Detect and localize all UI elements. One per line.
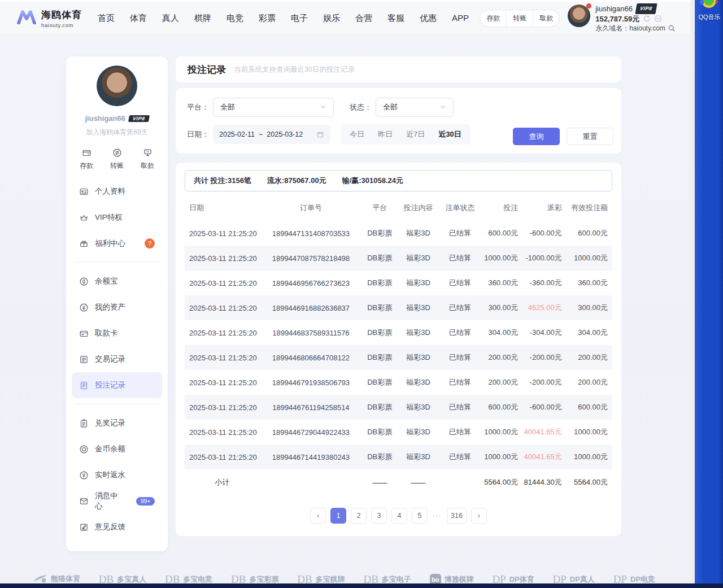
cell: 1000.00元: [567, 445, 612, 469]
transfer-icon: [112, 148, 122, 158]
range-button[interactable]: 近7日: [399, 125, 432, 143]
query-button[interactable]: 查询: [513, 128, 560, 145]
qq-music-icon: [700, 0, 719, 12]
nav-item[interactable]: 彩票: [259, 13, 276, 24]
cell: 已结算: [439, 345, 481, 370]
menu-divider: [75, 262, 159, 263]
cell: 300.00元: [481, 295, 522, 320]
sidebar-item[interactable]: 个人资料: [72, 178, 162, 204]
sidebar-item-label: 消息中心: [95, 491, 122, 511]
partner-name: 熊猫体育: [51, 574, 80, 584]
sidebar-item[interactable]: VIP特权: [72, 204, 162, 230]
calendar-icon: [316, 130, 324, 138]
table-body: 2025-03-11 21:25:201899447131408703533DB…: [185, 221, 612, 495]
partner-name: 多宝棋牌: [316, 574, 345, 585]
pagination-page[interactable]: 3: [371, 508, 387, 524]
cell: 2025-03-11 21:25:20: [185, 295, 260, 320]
nav-item[interactable]: 娱乐: [323, 13, 340, 24]
nav-item[interactable]: 电竞: [227, 13, 243, 24]
nav-item[interactable]: 优惠: [420, 13, 437, 24]
sidebar-item[interactable]: 交易记录: [72, 346, 162, 372]
quick-action[interactable]: 转账: [110, 148, 124, 171]
range-button[interactable]: 今日: [343, 125, 371, 143]
quick-action-label: 取款: [141, 161, 154, 171]
cell: 2025-03-11 21:25:20: [185, 320, 260, 345]
search-icon[interactable]: [668, 24, 676, 32]
nav-item[interactable]: 客服: [387, 13, 404, 24]
refresh-balance-icon[interactable]: [643, 15, 651, 23]
nav-item[interactable]: 电子: [291, 13, 308, 24]
qq-music-label: QQ音乐: [698, 13, 721, 21]
cell: 福彩3D: [398, 221, 439, 246]
cell: -600.00元: [522, 221, 567, 246]
reset-button[interactable]: 重置: [567, 128, 613, 145]
cell: DB彩票: [362, 271, 398, 295]
cell: 600.00元: [567, 221, 612, 246]
summary-item: 共计 投注:3156笔: [194, 176, 251, 186]
nav-item[interactable]: 棋牌: [194, 13, 211, 24]
sidebar-quick-actions: 存款转账取款: [66, 137, 168, 178]
sidebar-item[interactable]: 福利中心?: [72, 230, 162, 256]
wallet-action-button[interactable]: 转账: [506, 10, 533, 27]
site-logo[interactable]: 海鸥体育 haiouty.com: [17, 8, 82, 28]
column-header: 平台: [362, 195, 398, 221]
sidebar-item[interactable]: 消息中心99+: [72, 488, 162, 514]
table-row: 2025-03-11 21:25:201899446916882636837DB…: [185, 295, 612, 320]
range-button[interactable]: 昨日: [371, 125, 399, 143]
seagull-logo-icon: [17, 10, 36, 27]
page-scrollbar[interactable]: [690, 0, 695, 588]
cell: 300.00元: [567, 295, 612, 320]
cell: DB彩票: [362, 395, 398, 420]
cell: 已结算: [439, 246, 481, 271]
sidebar-item[interactable]: 余额宝: [72, 268, 162, 294]
cell: DB彩票: [362, 420, 398, 445]
subtotal-cell: [260, 469, 362, 495]
quick-action[interactable]: 存款: [80, 148, 93, 171]
cell: DB彩票: [362, 320, 398, 345]
nav-item[interactable]: 体育: [130, 13, 147, 24]
summary-bar: 共计 投注:3156笔流水:875067.00元输/赢:301058.24元: [185, 170, 612, 191]
wallet-action-button[interactable]: 存款: [480, 10, 506, 27]
cell: 已结算: [439, 271, 481, 295]
nav-item[interactable]: 真人: [162, 13, 179, 24]
sidebar-item[interactable]: 兑奖记录: [72, 410, 162, 436]
range-button[interactable]: 近30日: [432, 125, 468, 143]
sidebar-item[interactable]: 实时返水: [72, 462, 162, 488]
avatar[interactable]: [568, 5, 590, 27]
sidebar-item[interactable]: 投注记录: [72, 372, 162, 398]
cell: 1000.00元: [567, 420, 612, 445]
qq-music-shortcut[interactable]: QQ音乐: [698, 0, 721, 21]
cell: -1000.00元: [522, 246, 567, 271]
cell: -200.00元: [522, 345, 567, 370]
column-header: 投注: [481, 195, 522, 221]
pagination-prev[interactable]: ‹: [310, 508, 326, 524]
column-header: 派彩: [522, 195, 567, 221]
sidebar-item[interactable]: 意见反馈: [72, 514, 162, 540]
topbar-right: 存款转账取款 jiushigan66 VIP8 152,787.59元: [480, 3, 676, 33]
nav-item[interactable]: 首页: [98, 13, 115, 24]
sidebar-item-label: 意见反馈: [95, 522, 125, 532]
cell: 2025-03-11 21:25:20: [185, 370, 260, 395]
pagination-next[interactable]: ›: [471, 508, 487, 524]
summary-item: 输/赢:301058.24元: [342, 176, 403, 186]
sidebar-item[interactable]: 取款卡: [72, 320, 162, 346]
status-select[interactable]: 全部: [376, 98, 454, 117]
chevron-circle-icon[interactable]: [654, 15, 662, 23]
platform-label: 平台：: [187, 102, 209, 112]
pagination-page[interactable]: 2: [351, 508, 367, 524]
pagination-page[interactable]: 4: [391, 508, 407, 524]
wallet-action-button[interactable]: 取款: [533, 10, 559, 27]
nav-item[interactable]: APP: [452, 13, 469, 24]
menu-divider: [75, 404, 159, 404]
pagination-page[interactable]: 316: [447, 508, 467, 524]
pagination-page[interactable]: 5: [412, 508, 428, 524]
quick-action[interactable]: 取款: [141, 148, 154, 171]
sidebar-item[interactable]: 金币余额: [72, 436, 162, 462]
nav-item[interactable]: 合营: [355, 13, 372, 24]
date-range-picker[interactable]: 2025-02-11 ~ 2025-03-12: [213, 125, 330, 144]
sidebar-item[interactable]: 我的资产: [72, 294, 162, 320]
partner-name: 多宝彩票: [250, 574, 279, 585]
pagination-page[interactable]: 1: [330, 508, 346, 524]
platform-select[interactable]: 全部: [213, 98, 334, 117]
partner-name: 多宝电子: [382, 574, 411, 585]
